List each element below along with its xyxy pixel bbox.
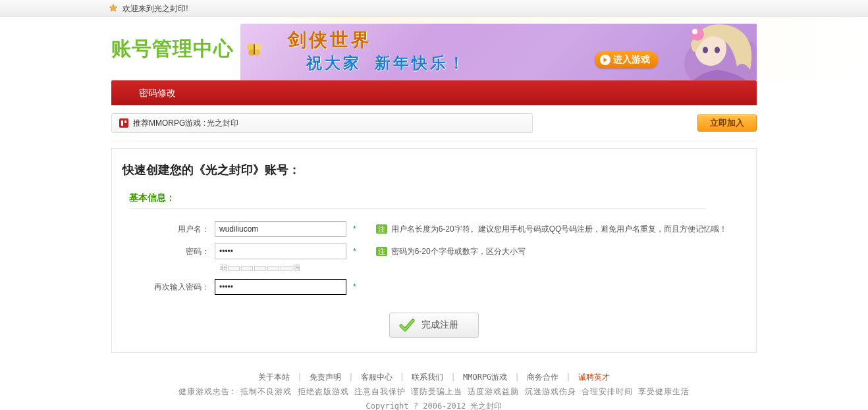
- footer-link[interactable]: 商务合作: [524, 372, 561, 382]
- svg-point-9: [715, 47, 720, 53]
- submit-register-button[interactable]: 完成注册: [389, 313, 479, 338]
- row-password: 密码： * 注 密码为6-20个字母或数字，区分大小写: [122, 240, 746, 263]
- star-icon: [109, 1, 118, 11]
- svg-point-10: [691, 28, 704, 41]
- row-username: 用户名： * 注 用户名长度为6-20字符。建议您用手机号码或QQ号码注册，避免…: [122, 218, 746, 240]
- password-confirm-input[interactable]: [215, 279, 346, 295]
- svg-rect-13: [121, 120, 123, 126]
- panel-title: 快速创建您的《光之封印》账号：: [122, 162, 746, 178]
- recommend-game-link[interactable]: 光之封印: [207, 118, 238, 129]
- strength-bar: [281, 266, 292, 271]
- separator: |: [561, 372, 576, 382]
- username-input[interactable]: [215, 221, 346, 237]
- password-input[interactable]: [215, 243, 346, 259]
- header-area: 账号管理中心 剑侠世界 祝大家 新年快乐！ 进入游戏: [0, 17, 868, 80]
- submit-row: 完成注册: [122, 313, 746, 338]
- footer: 关于本站 | 免责声明 | 客服中心 | 联系我们 | MMORPG游戏 | 商…: [111, 370, 757, 410]
- register-panel: 快速创建您的《光之封印》账号： 基本信息： 用户名： * 注 用户名长度为6-2…: [111, 148, 757, 353]
- svg-point-8: [703, 47, 708, 53]
- arrow-right-icon: [600, 55, 610, 65]
- password-hint-text: 密码为6-20个字母或数字，区分大小写: [391, 246, 526, 257]
- password-confirm-label: 再次输入密码：: [122, 282, 215, 293]
- hint-badge: 注: [376, 224, 387, 234]
- footer-health-notice: 健康游戏忠告: 抵制不良游戏 拒绝盗版游戏 注意自我保护 谨防受骗上当 适度游戏…: [111, 384, 757, 399]
- recommend-label: 推荐MMORPG游戏 :: [133, 118, 205, 129]
- footer-link[interactable]: 联系我们: [409, 372, 446, 382]
- password-hint: 注 密码为6-20个字母或数字，区分大小写: [376, 246, 526, 257]
- separator: |: [344, 372, 358, 382]
- strength-bar: [228, 266, 240, 271]
- strength-strong-label: 强: [293, 263, 300, 273]
- character-art: [645, 24, 757, 80]
- required-mark: *: [353, 224, 356, 234]
- required-mark: *: [353, 282, 356, 292]
- banner-title: 剑侠世界: [288, 28, 372, 53]
- svg-rect-12: [119, 118, 128, 128]
- game-icon: [119, 118, 129, 128]
- page-section-bar: 密码修改: [111, 80, 757, 105]
- username-hint-text: 用户名长度为6-20字符。建议您用手机号码或QQ号码注册，避免用户名重复，而且方…: [391, 224, 728, 235]
- svg-rect-5: [254, 44, 255, 55]
- hint-badge: 注: [376, 247, 387, 256]
- separator: |: [395, 372, 410, 382]
- strength-bar: [267, 266, 279, 271]
- top-welcome-bar: 欢迎来到光之封印!: [0, 0, 868, 17]
- welcome-text: 欢迎来到光之封印!: [122, 4, 188, 13]
- required-mark: *: [353, 247, 356, 256]
- password-label: 密码：: [122, 246, 215, 257]
- username-label: 用户名：: [122, 224, 215, 235]
- footer-copyright: Copyright ? 2006-2012 光之封印: [111, 399, 757, 410]
- section-title: 基本信息：: [129, 192, 706, 209]
- row-password-confirm: 再次输入密码： *: [122, 276, 746, 298]
- recommend-box: 推荐MMORPG游戏 : 光之封印: [111, 113, 533, 133]
- join-now-button[interactable]: 立即加入: [697, 115, 757, 132]
- footer-link[interactable]: MMORPG游戏: [460, 372, 510, 382]
- footer-link[interactable]: 客服中心: [358, 372, 395, 382]
- banner-subtitle: 祝大家 新年快乐！: [306, 53, 467, 74]
- recommend-row: 推荐MMORPG游戏 : 光之封印 立即加入: [111, 105, 757, 141]
- footer-links: 关于本站 | 免责声明 | 客服中心 | 联系我们 | MMORPG游戏 | 商…: [111, 370, 757, 384]
- password-strength-meter: 弱 强: [220, 263, 300, 273]
- footer-link[interactable]: 关于本站: [256, 372, 292, 382]
- footer-link[interactable]: 诚聘英才: [576, 372, 612, 382]
- section-bar-title: 密码修改: [139, 88, 176, 98]
- strength-bar: [254, 266, 266, 271]
- butterfly-icon: [246, 41, 263, 58]
- separator: |: [446, 372, 460, 382]
- footer-link[interactable]: 免责声明: [307, 372, 344, 382]
- site-logo: 账号管理中心: [111, 24, 234, 76]
- strength-weak-label: 弱: [220, 263, 227, 273]
- promo-banner: 剑侠世界 祝大家 新年快乐！ 进入游戏: [240, 24, 757, 80]
- username-hint: 注 用户名长度为6-20字符。建议您用手机号码或QQ号码注册，避免用户名重复，而…: [376, 224, 728, 235]
- submit-label: 完成注册: [421, 319, 458, 331]
- separator: |: [510, 372, 524, 382]
- row-strength: 弱 强: [122, 263, 746, 276]
- separator: |: [292, 372, 307, 382]
- register-form: 用户名： * 注 用户名长度为6-20字符。建议您用手机号码或QQ号码注册，避免…: [122, 218, 746, 298]
- svg-rect-14: [124, 120, 126, 123]
- check-icon: [399, 317, 415, 333]
- strength-bar: [241, 266, 253, 271]
- svg-point-11: [692, 29, 697, 34]
- svg-marker-0: [109, 4, 117, 11]
